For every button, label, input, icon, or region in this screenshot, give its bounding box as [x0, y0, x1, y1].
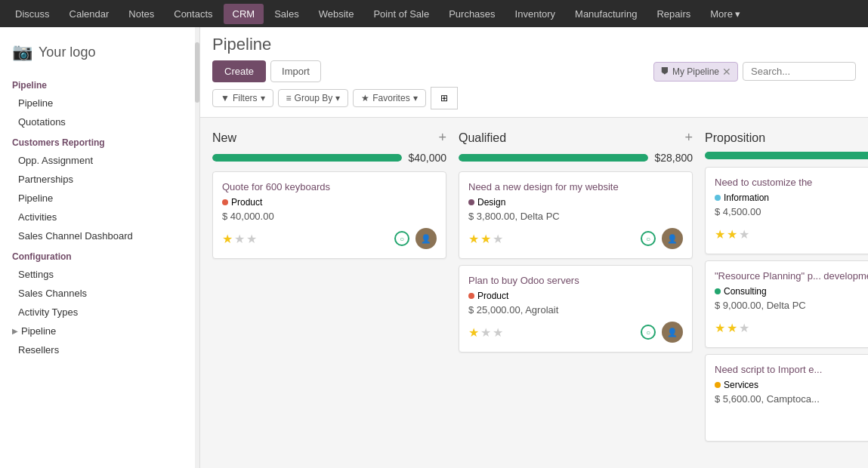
sidebar-item-sales-channels[interactable]: Sales Channels	[0, 284, 199, 303]
avatar: 👤	[662, 322, 683, 343]
search-input[interactable]	[743, 62, 856, 81]
nav-notes[interactable]: Notes	[119, 4, 163, 24]
kanban-card[interactable]: Need to customize the Information $ 4,50…	[705, 167, 868, 254]
col-title-new: New	[212, 131, 236, 145]
nav-purchases[interactable]: Purchases	[440, 4, 504, 24]
nav-website[interactable]: Website	[310, 4, 363, 24]
tag-dot	[468, 199, 474, 205]
filters-button[interactable]: ▼ Filters ▾	[212, 89, 273, 107]
star-3[interactable]: ★	[739, 321, 749, 335]
sidebar-item-activities[interactable]: Activities	[0, 208, 199, 226]
tag-label: Information	[724, 192, 769, 203]
stars[interactable]: ★ ★ ★	[715, 321, 749, 335]
create-button[interactable]: Create	[212, 60, 266, 82]
sidebar-item-activity-types[interactable]: Activity Types	[0, 303, 199, 322]
nav-pos[interactable]: Point of Sale	[364, 4, 438, 24]
tag-dot	[222, 199, 228, 205]
kanban-card[interactable]: Quote for 600 keyboards Product $ 40,000…	[212, 171, 446, 259]
filter-close-icon[interactable]: ✕	[722, 66, 731, 78]
card-tag: Consulting	[715, 286, 868, 297]
import-button[interactable]: Import	[270, 60, 321, 82]
star-1[interactable]: ★	[222, 232, 233, 246]
star-3[interactable]: ★	[246, 232, 257, 246]
nav-inventory[interactable]: Inventory	[506, 4, 564, 24]
sidebar-item-pipeline-reporting[interactable]: Pipeline	[0, 189, 199, 208]
sidebar-item-sales-channel-dashboard[interactable]: Sales Channel Dashboard	[0, 226, 199, 245]
nav-discuss[interactable]: Discuss	[6, 4, 59, 24]
col-title-proposition: Proposition	[705, 131, 765, 145]
kanban-card[interactable]: Plan to buy Odoo servers Product $ 25,00…	[459, 265, 693, 353]
top-nav: Discuss Calendar Notes Contacts CRM Sale…	[0, 0, 868, 27]
group-by-button[interactable]: ≡ Group By ▾	[278, 89, 349, 107]
stars[interactable]: ★ ★ ★	[222, 232, 257, 246]
sidebar-item-opp-assignment[interactable]: Opp. Assignment	[0, 151, 199, 170]
progress-amount-new: $40,000	[408, 152, 446, 164]
tag-dot	[715, 195, 721, 201]
star-2[interactable]: ★	[480, 232, 491, 246]
stars[interactable]: ★ ★ ★	[468, 325, 503, 340]
content-area: Pipeline Create Import ⛊ My Pipeline ✕	[200, 27, 868, 468]
star-2[interactable]: ★	[234, 232, 245, 246]
nav-calendar[interactable]: Calendar	[60, 4, 119, 24]
nav-more[interactable]: More ▾	[701, 4, 749, 24]
nav-manufacturing[interactable]: Manufacturing	[566, 4, 646, 24]
card-tag: Services	[715, 380, 868, 390]
star-1[interactable]: ★	[468, 232, 479, 246]
col-add-new[interactable]: +	[438, 130, 446, 146]
kanban-column-proposition: Proposition + Need to customize the Info…	[705, 130, 868, 448]
sidebar-item-pipeline[interactable]: Pipeline	[0, 94, 199, 112]
nav-sales[interactable]: Sales	[265, 4, 308, 24]
star-1[interactable]: ★	[468, 325, 479, 340]
sidebar-item-label: Pipeline	[21, 325, 56, 337]
sidebar-section-customers-reporting: Customers Reporting	[0, 131, 199, 151]
star-3[interactable]: ★	[493, 325, 503, 340]
star-2[interactable]: ★	[727, 227, 737, 242]
activity-icon[interactable]: ○	[641, 231, 656, 246]
favorites-caret: ▾	[413, 93, 418, 103]
avatar: 👤	[415, 228, 437, 249]
activity-icon[interactable]: ○	[641, 325, 656, 340]
view-icon: ⊞	[440, 93, 448, 103]
star-3[interactable]: ★	[739, 227, 749, 242]
card-amount: $ 3,800.00, Delta PC	[468, 211, 683, 222]
view-toggle[interactable]: ⊞	[431, 87, 458, 109]
nav-repairs[interactable]: Repairs	[647, 4, 700, 24]
tag-label: Services	[724, 380, 758, 390]
nav-contacts[interactable]: Contacts	[165, 4, 221, 24]
col-add-qualified[interactable]: +	[684, 130, 693, 146]
favorites-label: Favorites	[372, 93, 409, 103]
sidebar-item-partnerships[interactable]: Partnerships	[0, 170, 199, 189]
sidebar-scroll[interactable]	[195, 27, 199, 468]
star-2[interactable]: ★	[727, 321, 737, 335]
filter-tag-label: My Pipeline	[672, 66, 719, 77]
sidebar-item-pipeline-arrow[interactable]: ▶ Pipeline	[0, 322, 199, 340]
sidebar-item-resellers[interactable]: Resellers	[0, 340, 199, 359]
activity-icon[interactable]: ○	[394, 231, 409, 246]
kanban-card[interactable]: Need a new design for my website Design …	[459, 171, 693, 259]
kanban-card[interactable]: "Resource Planning" p... development Con…	[705, 260, 868, 348]
nav-crm[interactable]: CRM	[224, 4, 264, 24]
favorites-star-icon: ★	[361, 93, 369, 103]
tag-dot	[715, 288, 721, 294]
sidebar-item-quotations[interactable]: Quotations	[0, 112, 199, 131]
favorites-button[interactable]: ★ Favorites ▾	[353, 89, 425, 107]
tag-label: Product	[231, 197, 262, 208]
stars[interactable]: ★ ★ ★	[468, 232, 503, 246]
filters-label: Filters	[233, 93, 258, 103]
kanban-card[interactable]: Need script to Import e... Services $ 5,…	[705, 354, 868, 442]
star-3[interactable]: ★	[493, 232, 503, 246]
col-title-qualified: Qualified	[459, 131, 506, 145]
my-pipeline-filter[interactable]: ⛊ My Pipeline ✕	[653, 62, 738, 82]
sidebar-section-configuration: Configuration	[0, 245, 199, 265]
sidebar-item-settings[interactable]: Settings	[0, 265, 199, 284]
card-tag: Product	[468, 291, 683, 301]
card-footer: ★ ★ ★ ○ 👤	[468, 228, 683, 249]
sidebar: 📷 Your logo Pipeline Pipeline Quotations…	[0, 27, 200, 468]
stars[interactable]: ★ ★ ★	[715, 227, 749, 242]
star-1[interactable]: ★	[715, 227, 725, 242]
avatar: 👤	[662, 228, 683, 249]
card-footer: ○ 👤	[715, 411, 868, 432]
star-1[interactable]: ★	[715, 321, 725, 335]
star-2[interactable]: ★	[480, 325, 491, 340]
kanban-column-new: New + $40,000 Quote for 600 keyboards Pr…	[212, 130, 446, 265]
